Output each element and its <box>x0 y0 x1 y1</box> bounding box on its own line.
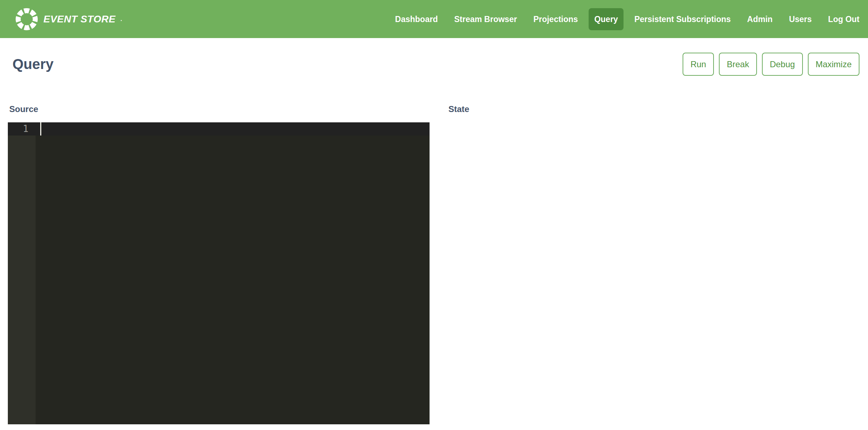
editor-gutter <box>8 136 36 424</box>
brand-trademark: . <box>121 16 122 22</box>
main-content: Query Run Break Debug Maximize Source 1 <box>0 53 868 424</box>
nav-item-dashboard[interactable]: Dashboard <box>389 8 443 30</box>
nav-item-projections[interactable]: Projections <box>528 8 584 30</box>
nav-item-query[interactable]: Query <box>589 8 624 30</box>
panels-row: Source 1 State <box>8 104 859 424</box>
source-label: Source <box>9 104 430 115</box>
maximize-button[interactable]: Maximize <box>808 53 859 76</box>
nav-item-log-out[interactable]: Log Out <box>822 8 865 30</box>
brand: EVENT STORE . <box>14 7 122 32</box>
source-panel: Source 1 <box>8 104 430 424</box>
nav-item-stream-browser[interactable]: Stream Browser <box>448 8 522 30</box>
eventstore-logo-icon <box>14 7 39 32</box>
debug-button[interactable]: Debug <box>762 53 803 76</box>
state-panel: State <box>430 104 859 424</box>
nav-item-admin[interactable]: Admin <box>741 8 778 30</box>
nav-item-users[interactable]: Users <box>783 8 817 30</box>
top-navbar: EVENT STORE . Dashboard Stream Browser P… <box>0 0 868 38</box>
break-button[interactable]: Break <box>719 53 757 76</box>
editor-active-line[interactable]: 1 <box>8 122 430 136</box>
editor-line-number: 1 <box>8 122 36 136</box>
main-nav: Dashboard Stream Browser Projections Que… <box>389 8 865 30</box>
editor-content-area[interactable] <box>36 136 430 424</box>
brand-name: EVENT STORE <box>43 14 116 25</box>
page-title: Query <box>12 56 54 72</box>
query-source-editor[interactable]: 1 <box>8 122 430 424</box>
run-button[interactable]: Run <box>683 53 714 76</box>
editor-cursor <box>40 122 41 136</box>
page-header: Query Run Break Debug Maximize <box>8 53 859 76</box>
nav-item-persistent-subscriptions[interactable]: Persistent Subscriptions <box>628 8 736 30</box>
query-toolbar: Run Break Debug Maximize <box>683 53 859 76</box>
state-label: State <box>448 104 859 115</box>
editor-body[interactable] <box>8 136 430 424</box>
